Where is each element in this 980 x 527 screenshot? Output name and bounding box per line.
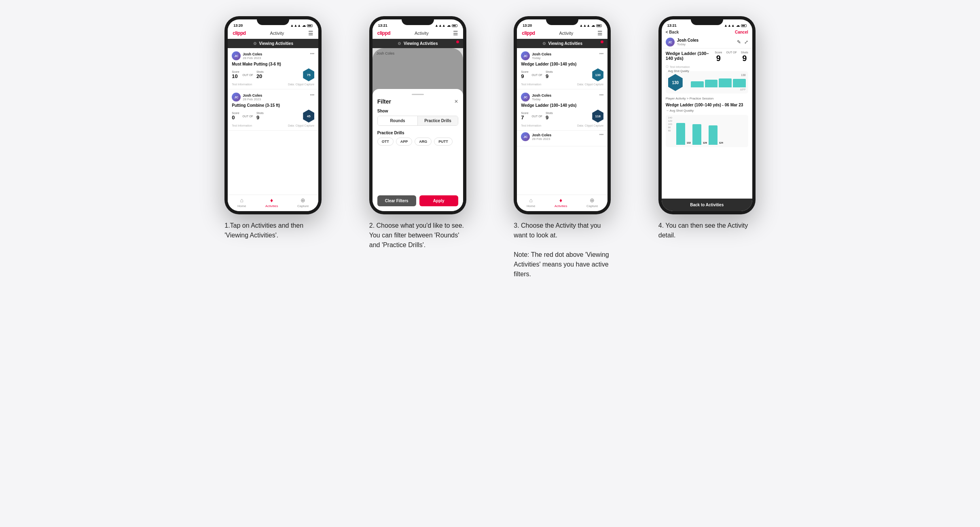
expand-icon[interactable]: ⤢ bbox=[744, 39, 748, 45]
step-1-col: 13:20 ▲▲▲ ☁ clippd Activity ☰ ⚙ Viewing … bbox=[207, 16, 340, 240]
nav-activities-label-1: Activities bbox=[265, 204, 278, 208]
hamburger-icon-2[interactable]: ☰ bbox=[453, 30, 458, 36]
signal-icon-4: ▲▲▲ bbox=[724, 23, 735, 28]
wifi-icon-2: ☁ bbox=[447, 23, 451, 28]
app-logo-2: clippd bbox=[377, 30, 390, 36]
avatar-3-2: JC bbox=[521, 93, 530, 102]
detail-user-date: Today bbox=[677, 42, 698, 46]
nav-activities-1[interactable]: ♦ Activities bbox=[265, 197, 278, 208]
edit-icon[interactable]: ✎ bbox=[737, 39, 741, 45]
back-to-activities-button[interactable]: Back to Activities bbox=[662, 199, 752, 211]
nav-home-1[interactable]: ⌂ Home bbox=[237, 197, 246, 208]
user-date-3-2: Today bbox=[532, 97, 551, 101]
close-button[interactable]: ✕ bbox=[454, 99, 458, 104]
bar-2 bbox=[705, 80, 718, 87]
card-footer-3-2: Test Information Data: Clippd Capture bbox=[521, 124, 603, 127]
test-info-label: Test Information bbox=[670, 66, 690, 68]
back-button[interactable]: < Back bbox=[666, 30, 679, 34]
step-4-desc: 4. You can then see the Activity detail. bbox=[658, 221, 756, 240]
nav-home-3[interactable]: ⌂ Home bbox=[527, 197, 535, 208]
more-dots-1-2[interactable]: ••• bbox=[310, 93, 315, 97]
more-dots-3-2[interactable]: ••• bbox=[599, 93, 604, 97]
status-time-2: 13:21 bbox=[378, 23, 387, 28]
detail-nav: < Back Cancel bbox=[662, 28, 752, 36]
step-2-desc: 2. Choose what you'd like to see. You ca… bbox=[369, 221, 466, 250]
bar-2-label: 129 bbox=[703, 142, 707, 145]
detail-user-text: Josh Coles Today bbox=[677, 38, 698, 46]
outof-col: OUT OF bbox=[726, 51, 737, 55]
app-logo-1: clippd bbox=[233, 30, 246, 36]
filter-toggle: Rounds Practice Drills bbox=[377, 116, 458, 126]
stat-score-1-1: Score 10 bbox=[232, 70, 239, 79]
home-icon-1: ⌂ bbox=[240, 197, 243, 203]
outof-text-1-1: OUT OF bbox=[243, 74, 253, 76]
nav-capture-1[interactable]: ⊕ Capture bbox=[297, 197, 309, 208]
bars-container bbox=[691, 77, 746, 87]
card-header-1-2: JC Josh Coles 28 Feb 2023 ••• bbox=[232, 93, 314, 102]
nav-home-label-1: Home bbox=[237, 204, 246, 208]
bar-1-label: 132 bbox=[687, 142, 691, 145]
nav-home-label-3: Home bbox=[527, 204, 535, 208]
signal-icon-1: ▲▲▲ bbox=[290, 23, 301, 28]
more-dots-3-3[interactable]: ••• bbox=[599, 132, 604, 137]
signal-icon-3: ▲▲▲ bbox=[580, 23, 591, 28]
more-dots-3-1[interactable]: ••• bbox=[599, 51, 604, 56]
viewing-banner-1[interactable]: ⚙ Viewing Activities bbox=[228, 39, 318, 48]
app-nav-title-1: Activity bbox=[270, 31, 284, 36]
hamburger-icon-1[interactable]: ☰ bbox=[308, 30, 313, 36]
y-140: 140 bbox=[668, 116, 672, 119]
more-dots-1-1[interactable]: ••• bbox=[310, 51, 315, 56]
app-logo-3: clippd bbox=[522, 30, 535, 36]
nav-capture-3[interactable]: ⊕ Capture bbox=[586, 197, 598, 208]
cancel-button[interactable]: Cancel bbox=[735, 30, 748, 34]
nav-activities-3[interactable]: ♦ Activities bbox=[555, 197, 567, 208]
y-80: 80 bbox=[668, 126, 672, 129]
toggle-practice-drills[interactable]: Practice Drills bbox=[418, 116, 458, 125]
sq-hexagon-3-2: 118 bbox=[592, 110, 603, 123]
nav-capture-label-3: Capture bbox=[586, 204, 598, 208]
user-info-3-3: JC Josh Coles 28 Feb 2023 bbox=[521, 132, 551, 141]
screen-content-1: JC Josh Coles 28 Feb 2023 ••• Must Make … bbox=[228, 48, 318, 195]
filter-pill-app[interactable]: APP bbox=[396, 138, 413, 146]
filter-icon-3: ⚙ bbox=[542, 41, 546, 46]
activity-card-1-1[interactable]: JC Josh Coles 28 Feb 2023 ••• Must Make … bbox=[228, 48, 318, 89]
footer-left-1-1: Test Information bbox=[232, 83, 252, 86]
activity-card-3-2[interactable]: JC Josh Coles Today ••• Wedge Ladder (10… bbox=[517, 89, 607, 131]
nav-capture-label-1: Capture bbox=[297, 204, 309, 208]
toggle-rounds[interactable]: Rounds bbox=[378, 116, 418, 125]
activity-card-3-3[interactable]: JC Josh Coles 28 Feb 2023 ••• bbox=[517, 131, 607, 146]
hamburger-icon-3[interactable]: ☰ bbox=[597, 30, 603, 36]
filter-actions: Clear Filters Apply bbox=[377, 195, 458, 206]
wifi-icon-1: ☁ bbox=[302, 23, 306, 28]
screen-content-3: JC Josh Coles Today ••• Wedge Ladder (10… bbox=[517, 48, 607, 195]
signal-icon-2: ▲▲▲ bbox=[435, 23, 446, 28]
stat-score-3-2: Score 7 bbox=[521, 112, 528, 121]
avatar-3-3: JC bbox=[521, 132, 530, 141]
card-footer-1-2: Test Information Data: Clippd Capture bbox=[232, 124, 314, 127]
viewing-banner-3[interactable]: ⚙ Viewing Activities bbox=[517, 39, 607, 48]
score-label-3-1: Score bbox=[521, 70, 528, 73]
apply-button[interactable]: Apply bbox=[419, 195, 458, 206]
drill-title-block: Wedge Ladder (100–140 yds) bbox=[666, 51, 711, 61]
y-60: 60 bbox=[668, 129, 672, 132]
outof-text-3-2: OUT OF bbox=[532, 115, 542, 118]
shots-val-3-1: 9 bbox=[546, 73, 553, 79]
viewing-banner-2[interactable]: ⚙ Viewing Activities bbox=[373, 39, 463, 48]
filter-pill-ott[interactable]: OTT bbox=[377, 138, 394, 146]
activity-card-1-2[interactable]: JC Josh Coles 28 Feb 2023 ••• Putting Co… bbox=[228, 89, 318, 131]
user-text-1-1: Josh Coles 28 Feb 2023 bbox=[243, 52, 262, 60]
activity-card-3-1[interactable]: JC Josh Coles Today ••• Wedge Ladder (10… bbox=[517, 48, 607, 89]
filter-pill-putt[interactable]: PUTT bbox=[434, 138, 453, 146]
filter-pill-arg[interactable]: ARG bbox=[415, 138, 432, 146]
activity-title-1-2: Putting Combine (3-15 ft) bbox=[232, 103, 314, 108]
session-label: Player Activity > Practice Session bbox=[662, 95, 752, 102]
user-date-3-1: Today bbox=[532, 56, 551, 60]
clear-filters-button[interactable]: Clear Filters bbox=[377, 195, 416, 206]
y-axis-labels: 140 120 100 80 60 bbox=[668, 116, 672, 132]
sq-hexagon-1-1: 75 bbox=[303, 68, 314, 81]
score-val-3-1: 9 bbox=[521, 73, 528, 79]
activity-title-3-1: Wedge Ladder (100–140 yds) bbox=[521, 62, 603, 66]
bar-3 bbox=[719, 78, 732, 88]
phone-screen-2: 13:21 ▲▲▲ ☁ clippd Activity ☰ ⚙ Viewing … bbox=[373, 19, 463, 211]
filter-handle bbox=[412, 94, 424, 95]
